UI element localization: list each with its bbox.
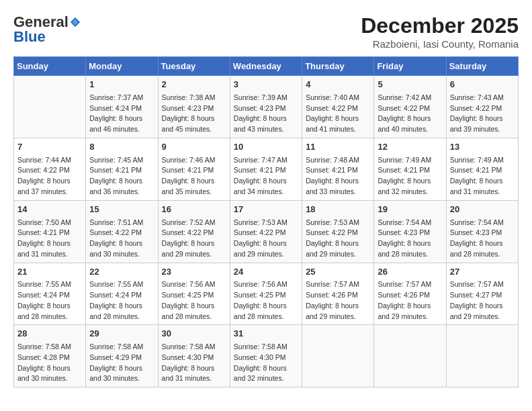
cell-sun-data: Sunrise: 7:52 AM Sunset: 4:22 PM Dayligh…: [162, 218, 226, 260]
cell-sun-data: Sunrise: 7:46 AM Sunset: 4:21 PM Dayligh…: [162, 155, 226, 197]
day-number: 21: [17, 266, 82, 279]
calendar-cell: 16Sunrise: 7:52 AM Sunset: 4:22 PM Dayli…: [158, 200, 230, 263]
calendar-header-row: SundayMondayTuesdayWednesdayThursdayFrid…: [14, 57, 519, 76]
day-header-wednesday: Wednesday: [230, 57, 302, 76]
calendar-week-row: 21Sunrise: 7:55 AM Sunset: 4:24 PM Dayli…: [14, 263, 519, 325]
cell-sun-data: Sunrise: 7:54 AM Sunset: 4:23 PM Dayligh…: [450, 218, 515, 260]
cell-sun-data: Sunrise: 7:56 AM Sunset: 4:25 PM Dayligh…: [234, 279, 298, 322]
page-header: General Blue December 2025 Razboieni, Ia…: [13, 13, 519, 50]
cell-sun-data: Sunrise: 7:48 AM Sunset: 4:21 PM Dayligh…: [306, 155, 370, 197]
cell-sun-data: Sunrise: 7:58 AM Sunset: 4:28 PM Dayligh…: [17, 342, 82, 384]
calendar-cell: 15Sunrise: 7:51 AM Sunset: 4:22 PM Dayli…: [86, 200, 158, 263]
logo: General Blue: [13, 13, 82, 46]
day-header-friday: Friday: [374, 57, 446, 76]
cell-sun-data: Sunrise: 7:51 AM Sunset: 4:22 PM Dayligh…: [89, 218, 154, 260]
cell-sun-data: Sunrise: 7:53 AM Sunset: 4:22 PM Dayligh…: [306, 218, 370, 260]
logo-icon: [69, 16, 81, 28]
day-number: 26: [378, 266, 442, 279]
calendar-table: SundayMondayTuesdayWednesdayThursdayFrid…: [13, 56, 519, 387]
calendar-cell: 11Sunrise: 7:48 AM Sunset: 4:21 PM Dayli…: [302, 138, 374, 200]
day-number: 7: [17, 141, 82, 154]
logo-blue: Blue: [13, 28, 46, 46]
day-number: 2: [162, 79, 226, 91]
calendar-cell: 7Sunrise: 7:44 AM Sunset: 4:22 PM Daylig…: [14, 138, 86, 200]
cell-sun-data: Sunrise: 7:57 AM Sunset: 4:27 PM Dayligh…: [450, 279, 515, 322]
day-number: 28: [17, 328, 82, 340]
calendar-cell: 24Sunrise: 7:56 AM Sunset: 4:25 PM Dayli…: [230, 263, 302, 325]
day-number: 9: [162, 141, 226, 154]
calendar-cell: 27Sunrise: 7:57 AM Sunset: 4:27 PM Dayli…: [446, 263, 518, 325]
cell-sun-data: Sunrise: 7:54 AM Sunset: 4:23 PM Dayligh…: [378, 218, 442, 260]
day-number: 6: [450, 79, 515, 91]
day-number: 18: [306, 203, 370, 216]
day-number: 4: [306, 79, 370, 91]
calendar-cell: [446, 325, 518, 387]
day-header-saturday: Saturday: [446, 57, 518, 76]
calendar-cell: 9Sunrise: 7:46 AM Sunset: 4:21 PM Daylig…: [158, 138, 230, 200]
calendar-cell: [14, 76, 86, 138]
calendar-cell: 8Sunrise: 7:45 AM Sunset: 4:21 PM Daylig…: [86, 138, 158, 200]
calendar-cell: 18Sunrise: 7:53 AM Sunset: 4:22 PM Dayli…: [302, 200, 374, 263]
calendar-week-row: 28Sunrise: 7:58 AM Sunset: 4:28 PM Dayli…: [14, 325, 519, 387]
calendar-cell: 31Sunrise: 7:58 AM Sunset: 4:30 PM Dayli…: [230, 325, 302, 387]
day-number: 31: [234, 328, 298, 340]
calendar-cell: 22Sunrise: 7:55 AM Sunset: 4:24 PM Dayli…: [86, 263, 158, 325]
day-number: 3: [234, 79, 298, 91]
calendar-cell: 25Sunrise: 7:57 AM Sunset: 4:26 PM Dayli…: [302, 263, 374, 325]
calendar-cell: 13Sunrise: 7:49 AM Sunset: 4:21 PM Dayli…: [446, 138, 518, 200]
day-number: 16: [162, 203, 226, 216]
day-header-tuesday: Tuesday: [158, 57, 230, 76]
day-number: 30: [162, 328, 226, 340]
day-number: 24: [234, 266, 298, 279]
day-number: 20: [450, 203, 515, 216]
calendar-cell: 17Sunrise: 7:53 AM Sunset: 4:22 PM Dayli…: [230, 200, 302, 263]
day-number: 29: [89, 328, 154, 340]
cell-sun-data: Sunrise: 7:44 AM Sunset: 4:22 PM Dayligh…: [17, 155, 82, 197]
calendar-cell: 28Sunrise: 7:58 AM Sunset: 4:28 PM Dayli…: [14, 325, 86, 387]
cell-sun-data: Sunrise: 7:56 AM Sunset: 4:25 PM Dayligh…: [162, 279, 226, 322]
calendar-cell: 26Sunrise: 7:57 AM Sunset: 4:26 PM Dayli…: [374, 263, 446, 325]
cell-sun-data: Sunrise: 7:40 AM Sunset: 4:22 PM Dayligh…: [306, 93, 370, 135]
calendar-cell: 30Sunrise: 7:58 AM Sunset: 4:30 PM Dayli…: [158, 325, 230, 387]
cell-sun-data: Sunrise: 7:45 AM Sunset: 4:21 PM Dayligh…: [89, 155, 154, 197]
cell-sun-data: Sunrise: 7:42 AM Sunset: 4:22 PM Dayligh…: [378, 93, 442, 135]
calendar-cell: 4Sunrise: 7:40 AM Sunset: 4:22 PM Daylig…: [302, 76, 374, 138]
cell-sun-data: Sunrise: 7:55 AM Sunset: 4:24 PM Dayligh…: [17, 279, 82, 322]
day-number: 17: [234, 203, 298, 216]
calendar-cell: 3Sunrise: 7:39 AM Sunset: 4:23 PM Daylig…: [230, 76, 302, 138]
cell-sun-data: Sunrise: 7:37 AM Sunset: 4:24 PM Dayligh…: [89, 93, 154, 135]
day-header-sunday: Sunday: [14, 57, 86, 76]
calendar-cell: 19Sunrise: 7:54 AM Sunset: 4:23 PM Dayli…: [374, 200, 446, 263]
cell-sun-data: Sunrise: 7:58 AM Sunset: 4:29 PM Dayligh…: [89, 342, 154, 384]
calendar-week-row: 14Sunrise: 7:50 AM Sunset: 4:21 PM Dayli…: [14, 200, 519, 263]
day-number: 5: [378, 79, 442, 91]
cell-sun-data: Sunrise: 7:58 AM Sunset: 4:30 PM Dayligh…: [162, 342, 226, 384]
day-header-thursday: Thursday: [302, 57, 374, 76]
calendar-week-row: 7Sunrise: 7:44 AM Sunset: 4:22 PM Daylig…: [14, 138, 519, 200]
day-number: 13: [450, 141, 515, 154]
day-number: 25: [306, 266, 370, 279]
calendar-week-row: 1Sunrise: 7:37 AM Sunset: 4:24 PM Daylig…: [14, 76, 519, 138]
cell-sun-data: Sunrise: 7:47 AM Sunset: 4:21 PM Dayligh…: [234, 155, 298, 197]
day-number: 8: [89, 141, 154, 154]
day-number: 27: [450, 266, 515, 279]
calendar-cell: 1Sunrise: 7:37 AM Sunset: 4:24 PM Daylig…: [86, 76, 158, 138]
calendar-cell: 6Sunrise: 7:43 AM Sunset: 4:22 PM Daylig…: [446, 76, 518, 138]
cell-sun-data: Sunrise: 7:39 AM Sunset: 4:23 PM Dayligh…: [234, 93, 298, 135]
cell-sun-data: Sunrise: 7:49 AM Sunset: 4:21 PM Dayligh…: [450, 155, 515, 197]
day-number: 14: [17, 203, 82, 216]
cell-sun-data: Sunrise: 7:50 AM Sunset: 4:21 PM Dayligh…: [17, 218, 82, 260]
day-number: 15: [89, 203, 154, 216]
cell-sun-data: Sunrise: 7:38 AM Sunset: 4:23 PM Dayligh…: [162, 93, 226, 135]
calendar-cell: [374, 325, 446, 387]
calendar-cell: [302, 325, 374, 387]
day-number: 19: [378, 203, 442, 216]
month-title: December 2025: [361, 13, 519, 38]
cell-sun-data: Sunrise: 7:53 AM Sunset: 4:22 PM Dayligh…: [234, 218, 298, 260]
calendar-cell: 20Sunrise: 7:54 AM Sunset: 4:23 PM Dayli…: [446, 200, 518, 263]
cell-sun-data: Sunrise: 7:55 AM Sunset: 4:24 PM Dayligh…: [89, 279, 154, 322]
day-number: 22: [89, 266, 154, 279]
cell-sun-data: Sunrise: 7:57 AM Sunset: 4:26 PM Dayligh…: [378, 279, 442, 322]
day-header-monday: Monday: [86, 57, 158, 76]
calendar-cell: 21Sunrise: 7:55 AM Sunset: 4:24 PM Dayli…: [14, 263, 86, 325]
